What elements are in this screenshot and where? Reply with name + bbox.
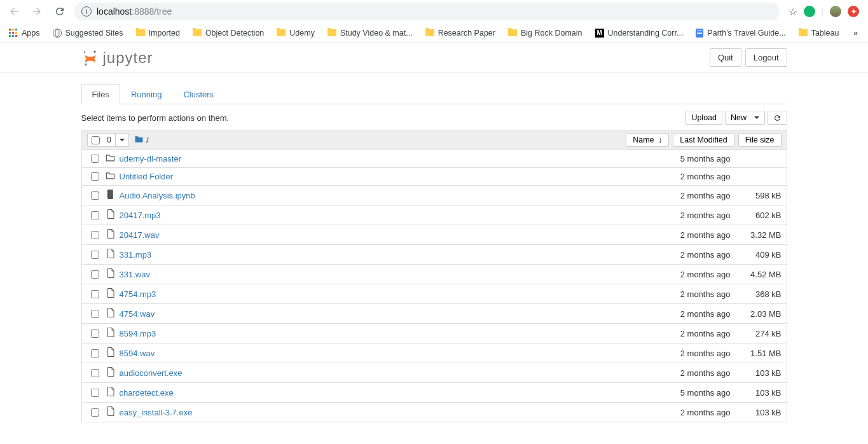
forward-button[interactable] bbox=[28, 3, 46, 20]
bookmark-item[interactable]: Study Video & mat... bbox=[322, 26, 418, 40]
quit-button[interactable]: Quit bbox=[710, 48, 741, 67]
reload-button[interactable] bbox=[51, 3, 69, 20]
jupyter-logo[interactable]: jupyter bbox=[81, 49, 153, 67]
bookmark-item[interactable]: Object Detection bbox=[188, 26, 269, 40]
file-name-link[interactable]: 8594.wav bbox=[120, 349, 155, 358]
file-list-header: 0 / Name ↓ Last Modified File size bbox=[81, 130, 787, 150]
file-size: 598 kB bbox=[731, 191, 782, 200]
row-checkbox[interactable] bbox=[91, 211, 99, 219]
extension-icon[interactable]: ✦ bbox=[848, 6, 859, 17]
breadcrumb-folder-icon[interactable] bbox=[134, 135, 144, 145]
bookmark-item[interactable]: Tableau bbox=[794, 26, 844, 40]
bookmark-label: Imported bbox=[149, 29, 180, 38]
file-name-link[interactable]: Untitled Folder bbox=[120, 172, 174, 181]
file-icon bbox=[106, 229, 116, 240]
file-name-link[interactable]: 4754.mp3 bbox=[120, 289, 156, 299]
url-bar[interactable]: i localhost:8888/tree bbox=[74, 3, 780, 20]
bookmarks-overflow-icon[interactable]: » bbox=[847, 26, 864, 40]
profile-avatar[interactable] bbox=[830, 6, 841, 17]
file-icon bbox=[106, 387, 116, 398]
site-info-icon[interactable]: i bbox=[81, 6, 92, 17]
bookmark-label: Research Paper bbox=[438, 29, 495, 38]
file-name-link[interactable]: chardetect.exe bbox=[120, 388, 174, 398]
folder-icon bbox=[327, 29, 336, 36]
bookmark-item[interactable]: Research Paper bbox=[420, 26, 500, 40]
file-size: 409 kB bbox=[731, 250, 782, 260]
bookmark-item[interactable]: Imported bbox=[131, 26, 185, 40]
bookmark-star-icon[interactable]: ☆ bbox=[789, 6, 797, 18]
breadcrumb-root[interactable]: / bbox=[146, 135, 149, 145]
bookmark-label: Study Video & mat... bbox=[340, 29, 413, 38]
row-checkbox[interactable] bbox=[91, 290, 99, 298]
row-checkbox[interactable] bbox=[91, 389, 99, 397]
row-checkbox[interactable] bbox=[91, 270, 99, 279]
list-toolbar: Select items to perform actions on them.… bbox=[81, 104, 787, 130]
file-name-link[interactable]: audioconvert.exe bbox=[120, 368, 183, 378]
sort-modified-button[interactable]: Last Modified bbox=[673, 133, 734, 147]
folder-icon bbox=[106, 172, 116, 181]
row-checkbox[interactable] bbox=[91, 172, 99, 181]
bookmark-item[interactable]: Parth's Travel Guide... bbox=[691, 26, 790, 40]
bookmark-label: Tableau bbox=[811, 29, 839, 38]
file-size: 103 kB bbox=[731, 388, 782, 398]
file-modified: 2 months ago bbox=[642, 408, 731, 417]
bookmark-label: Parth's Travel Guide... bbox=[707, 29, 785, 38]
file-name-link[interactable]: 20417.mp3 bbox=[120, 211, 161, 220]
file-name-link[interactable]: 331.wav bbox=[120, 270, 150, 279]
doc-icon bbox=[696, 29, 703, 38]
select-all-checkbox[interactable]: 0 bbox=[88, 134, 116, 146]
file-size: 3.32 MB bbox=[731, 230, 782, 240]
folder-icon bbox=[799, 29, 808, 36]
tab-running[interactable]: Running bbox=[120, 84, 172, 104]
extension-grammarly-icon[interactable] bbox=[804, 6, 815, 17]
file-name-link[interactable]: 331.mp3 bbox=[120, 250, 152, 260]
bookmark-item[interactable]: Udemy bbox=[272, 26, 320, 40]
tab-clusters[interactable]: Clusters bbox=[172, 84, 224, 104]
bookmark-item[interactable]: Big Rock Domain bbox=[503, 26, 588, 40]
file-name-link[interactable]: 20417.wav bbox=[120, 230, 160, 240]
row-checkbox[interactable] bbox=[91, 231, 99, 239]
bookmark-item[interactable]: Apps bbox=[4, 26, 45, 40]
row-checkbox[interactable] bbox=[91, 251, 99, 259]
file-icon bbox=[106, 406, 116, 418]
file-icon bbox=[106, 308, 116, 319]
bookmark-label: Apps bbox=[22, 29, 40, 38]
new-button[interactable]: New bbox=[725, 111, 765, 125]
back-button[interactable] bbox=[5, 3, 23, 20]
refresh-button[interactable] bbox=[768, 111, 787, 125]
file-name-link[interactable]: easy_install-3.7.exe bbox=[120, 408, 193, 417]
sort-size-button[interactable]: File size bbox=[738, 133, 782, 147]
file-name-link[interactable]: udemy-dl-master bbox=[120, 154, 182, 163]
row-checkbox[interactable] bbox=[91, 369, 99, 377]
row-checkbox[interactable] bbox=[91, 191, 99, 200]
logout-button[interactable]: Logout bbox=[745, 48, 787, 67]
file-modified: 2 months ago bbox=[642, 172, 731, 181]
tab-files[interactable]: Files bbox=[81, 84, 120, 104]
sort-name-button[interactable]: Name ↓ bbox=[626, 133, 669, 147]
row-checkbox[interactable] bbox=[91, 408, 99, 417]
file-modified: 2 months ago bbox=[642, 349, 731, 358]
file-modified: 2 months ago bbox=[642, 211, 731, 220]
row-checkbox[interactable] bbox=[91, 349, 99, 357]
row-checkbox[interactable] bbox=[91, 155, 99, 163]
file-name-link[interactable]: 4754.wav bbox=[120, 309, 155, 319]
file-name-link[interactable]: Audio Analysis.ipynb bbox=[120, 191, 195, 200]
file-size: 103 kB bbox=[731, 408, 782, 417]
file-modified: 5 months ago bbox=[642, 388, 731, 398]
row-checkbox[interactable] bbox=[91, 310, 99, 318]
file-name-link[interactable]: 8594.mp3 bbox=[120, 329, 156, 338]
file-modified: 2 months ago bbox=[642, 309, 731, 319]
folder-icon bbox=[277, 29, 286, 36]
file-icon bbox=[106, 328, 116, 339]
jupyter-logo-icon bbox=[81, 49, 99, 67]
file-list: udemy-dl-master5 months agoUntitled Fold… bbox=[81, 150, 787, 422]
bookmark-item[interactable]: Suggested Sites bbox=[48, 26, 128, 40]
upload-button[interactable]: Upload bbox=[685, 111, 722, 125]
select-dropdown[interactable] bbox=[116, 134, 128, 146]
folder-icon bbox=[425, 29, 434, 36]
bookmark-item[interactable]: MUnderstanding Corr... bbox=[590, 26, 689, 40]
page-scroll-area[interactable]: jupyter Quit Logout FilesRunningClusters… bbox=[0, 43, 868, 444]
url-text: localhost:8888/tree bbox=[97, 6, 172, 17]
file-row: audioconvert.exe2 months ago103 kB bbox=[81, 363, 787, 383]
row-checkbox[interactable] bbox=[91, 330, 99, 338]
